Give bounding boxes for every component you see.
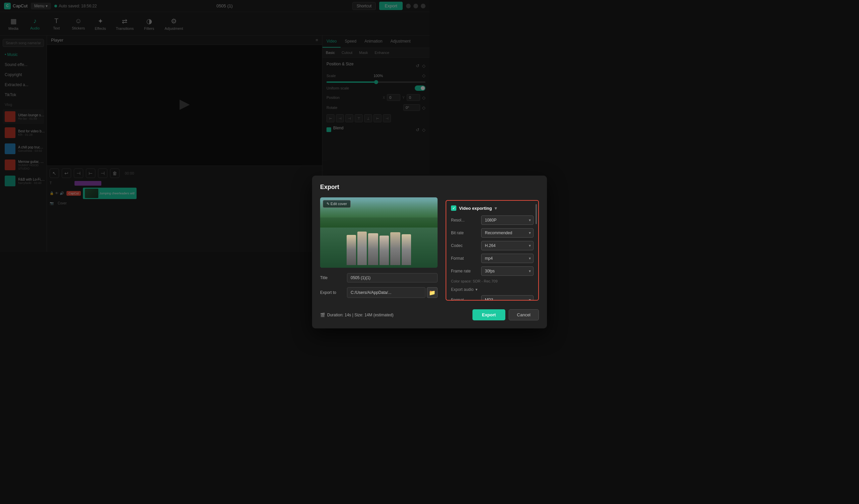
- cheerleader-1: [347, 235, 356, 252]
- modal-overlay: Export: [0, 0, 430, 252]
- cheerleader-3: [368, 233, 378, 252]
- modal-title: Export: [320, 184, 430, 191]
- modal-preview: ✎ Edit cover Title Export to 📁: [320, 198, 430, 252]
- cheerleader-2: [357, 232, 367, 252]
- cheerleader-4: [379, 236, 389, 252]
- edit-cover-button[interactable]: ✎ Edit cover: [323, 200, 351, 208]
- cheerleader-6: [402, 234, 411, 252]
- cheerleader-5: [390, 232, 400, 252]
- modal-body: ✎ Edit cover Title Export to 📁: [320, 198, 430, 252]
- export-modal: Export: [312, 176, 430, 252]
